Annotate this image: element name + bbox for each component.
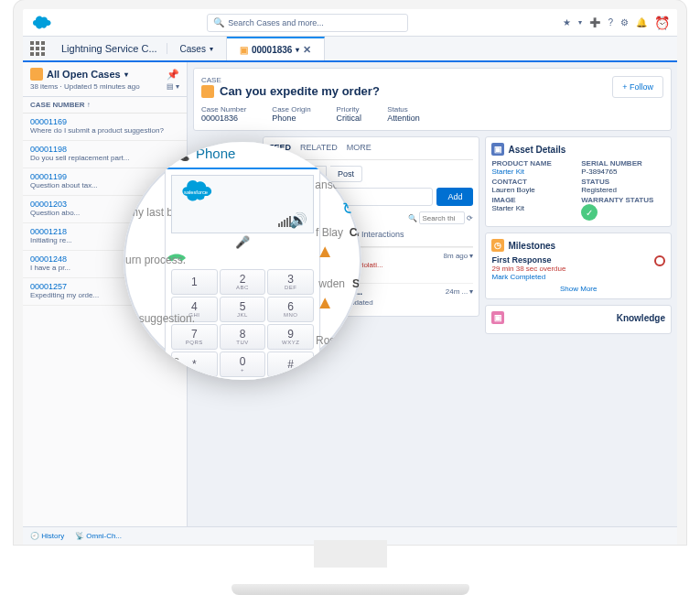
mic-icon: 🎤 <box>166 235 319 249</box>
speaker-icon: 🔊 <box>289 211 307 229</box>
dialpad-key-2[interactable]: 2ABC <box>220 269 266 295</box>
help-icon[interactable]: ? <box>608 17 613 27</box>
softphone-title: Phone <box>196 146 235 161</box>
avatar-clock-icon[interactable]: ⏰ <box>654 16 670 30</box>
check-icon: ✓ <box>581 204 598 221</box>
field-value: Attention <box>387 114 420 123</box>
field-value: 00001836 <box>201 114 246 123</box>
sort-asc-icon: ↑ <box>87 101 91 109</box>
column-header-case-number[interactable]: CASE NUMBER ↑ <box>23 97 187 114</box>
briefcase-icon: ▣ <box>240 45 248 55</box>
notifications-bell-icon[interactable]: 🔔 <box>636 17 647 27</box>
add-icon[interactable]: ➕ <box>589 17 600 27</box>
milestones-title: Milestones <box>508 241 555 251</box>
list-meta: 38 items · Updated 5 minutes ago <box>30 82 140 91</box>
dialpad-key-0[interactable]: 0+ <box>220 352 266 377</box>
product-name-link[interactable]: Starter Kit <box>491 168 576 176</box>
dialpad-key-4[interactable]: 4GHI <box>171 297 218 322</box>
field-label: Status <box>387 105 420 114</box>
tab-more[interactable]: MORE <box>347 143 372 156</box>
mark-completed-link[interactable]: Mark Completed <box>491 273 565 281</box>
case-subject: Where do I submit a product suggestion? <box>30 126 179 135</box>
case-list-icon <box>30 68 43 81</box>
feed-search-input[interactable] <box>419 211 465 224</box>
case-number-link[interactable]: 00001169 <box>30 117 179 126</box>
salesforce-logo-icon <box>30 16 52 30</box>
setup-gear-icon[interactable]: ⚙ <box>620 17 629 27</box>
field-value: Phone <box>272 114 310 123</box>
app-name: Lightning Service C... <box>52 43 167 54</box>
field-label: Case Origin <box>272 105 310 114</box>
knowledge-icon: ▣ <box>491 311 504 324</box>
pin-icon[interactable]: 📌 <box>167 69 179 81</box>
milestone-overdue: 29 min 38 sec overdue <box>491 265 565 273</box>
add-button[interactable]: Add <box>436 188 473 206</box>
page-title: Can you expedite my order? <box>220 84 380 98</box>
tab-related[interactable]: RELATED <box>300 143 338 156</box>
chevron-down-icon: ▾ <box>296 46 299 54</box>
record-type-label: CASE <box>201 76 380 84</box>
case-subject: Do you sell replacement part... <box>30 154 179 162</box>
search-placeholder: Search Cases and more... <box>228 18 324 27</box>
refresh-icon[interactable]: ⟳ <box>467 214 473 222</box>
field-label: Priority <box>337 105 362 114</box>
milestones-icon: ◷ <box>491 239 504 252</box>
case-list-row[interactable]: 00001198Do you sell replacement part... <box>23 141 187 168</box>
softphone-display: salesforce 🔊 <box>171 175 314 233</box>
milestone-violation-icon <box>654 255 665 266</box>
milestone-name: First Response <box>491 255 565 265</box>
magnifier-overlay: ny my last billing urn process. ct sugge… <box>124 142 361 380</box>
dialpad-key-5[interactable]: 5JKL <box>220 297 266 322</box>
dialpad-key-7[interactable]: 7PQRS <box>171 324 218 350</box>
field-value: Critical <box>337 114 362 123</box>
svg-text:salesforce: salesforce <box>184 189 208 195</box>
dialpad-key-6[interactable]: 6MNO <box>267 297 314 322</box>
dialpad-key-9[interactable]: 9WXYZ <box>267 324 314 350</box>
case-list-row[interactable]: 00001169Where do I submit a product sugg… <box>23 114 187 141</box>
case-icon <box>201 85 214 98</box>
tab-case-record[interactable]: ▣ 00001836 ▾ ✕ <box>227 37 326 60</box>
search-icon: 🔍 <box>213 17 224 27</box>
field-label: Case Number <box>201 105 246 114</box>
knowledge-title: Knowledge <box>617 313 665 323</box>
tab-cases[interactable]: Cases ▾ <box>167 37 227 60</box>
history-button[interactable]: 🕘 History <box>30 532 64 540</box>
search-icon: 🔍 <box>408 214 417 222</box>
asset-icon: ▣ <box>491 143 504 156</box>
dialpad-key-3[interactable]: 3DEF <box>267 269 314 295</box>
composer-tab-post[interactable]: Post <box>330 166 362 182</box>
call-button[interactable] <box>166 251 319 264</box>
dialpad-key-1[interactable]: 1 <box>171 269 218 295</box>
omni-channel-button[interactable]: 📡 Omni-Ch... <box>75 532 122 540</box>
follow-button[interactable]: + Follow <box>612 76 663 98</box>
softphone-widget: 📞 Phone ▭ salesforce 🔊 🎤 12ABC3DEF4GHI5J… <box>165 142 320 380</box>
show-more-link[interactable]: Show More <box>491 285 665 293</box>
dialpad-key-8[interactable]: 8TUV <box>220 324 266 350</box>
list-view-title[interactable]: All Open Cases <box>47 69 121 80</box>
app-launcher-icon[interactable] <box>27 38 48 60</box>
case-number-link[interactable]: 00001198 <box>30 145 179 154</box>
list-display-toggle[interactable]: ▤ ▾ <box>167 82 179 91</box>
close-icon[interactable]: ✕ <box>303 44 311 56</box>
chevron-down-icon: ▾ <box>210 45 213 53</box>
asset-details-title: Asset Details <box>508 145 565 155</box>
global-search-input[interactable]: 🔍 Search Cases and more... <box>207 14 408 32</box>
favorites-icon[interactable]: ★ <box>563 17 571 27</box>
chevron-down-icon[interactable]: ▾ <box>124 70 128 79</box>
